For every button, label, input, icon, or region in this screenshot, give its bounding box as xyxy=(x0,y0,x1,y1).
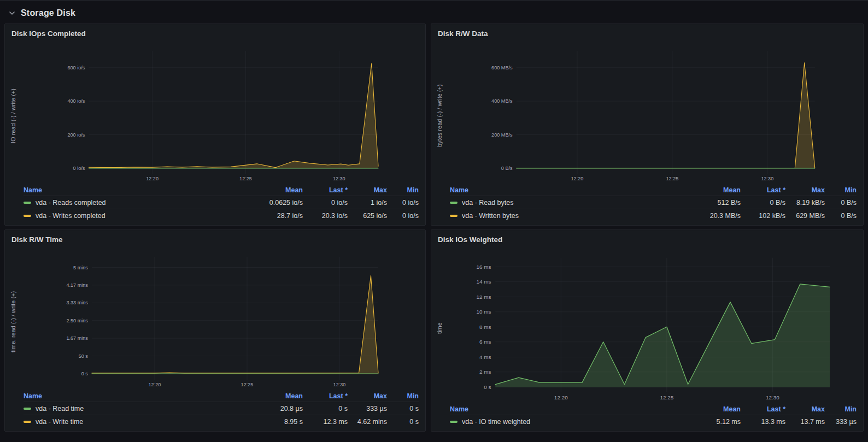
legend-header-max[interactable]: Max xyxy=(348,186,387,194)
svg-text:12:20: 12:20 xyxy=(571,176,584,181)
legend-value: 13.3 ms xyxy=(741,418,785,426)
series-color-swatch xyxy=(24,421,31,423)
legend-header-max[interactable]: Max xyxy=(348,392,387,400)
time-series-chart[interactable]: 12:2012:2512:300 s2 ms4 ms6 ms8 ms10 ms1… xyxy=(444,246,861,403)
panel-grid: Disk IOps Completed IO read (-) / write … xyxy=(4,23,864,432)
legend-row: vda - Reads completed0.0625 io/s0 io/s1 … xyxy=(24,196,419,209)
legend: NameMeanLast *MaxMinvda - Reads complete… xyxy=(5,184,425,225)
legend-header-mean[interactable]: Mean xyxy=(250,392,303,400)
legend-value: 4.62 mins xyxy=(348,418,387,426)
svg-text:4.17 mins: 4.17 mins xyxy=(66,282,88,288)
svg-text:12:30: 12:30 xyxy=(333,382,346,387)
svg-text:2.50 mins: 2.50 mins xyxy=(66,318,88,323)
svg-text:8 ms: 8 ms xyxy=(479,324,491,330)
legend-value: 0 B/s xyxy=(741,199,785,207)
series-color-swatch xyxy=(24,202,31,204)
legend-header-mean[interactable]: Mean xyxy=(688,405,741,413)
legend-header-row: NameMeanLast *MaxMin xyxy=(24,390,419,402)
legend-header-name[interactable]: Name xyxy=(450,186,688,194)
legend-value: 333 µs xyxy=(348,405,387,412)
legend-series-name[interactable]: vda - Writes completed xyxy=(24,212,250,220)
panel-title[interactable]: Disk R/W Data xyxy=(431,24,863,40)
chevron-down-icon[interactable] xyxy=(9,10,15,16)
svg-text:3.33 mins: 3.33 mins xyxy=(66,300,88,305)
legend-header-name[interactable]: Name xyxy=(24,392,250,400)
y-axis-label: IO read (-) / write (+) xyxy=(8,40,18,184)
svg-text:600 io/s: 600 io/s xyxy=(67,65,85,70)
time-series-chart[interactable]: 12:2012:2512:300 B/s200 MB/s400 MB/s600 … xyxy=(444,40,861,184)
section-header-storage-disk[interactable]: Storage Disk xyxy=(4,3,864,23)
legend-value: 20.3 MB/s xyxy=(688,212,741,220)
legend-value: 333 µs xyxy=(825,418,857,426)
svg-text:12:20: 12:20 xyxy=(149,382,161,387)
legend-header-mean[interactable]: Mean xyxy=(688,186,741,194)
legend-header-name[interactable]: Name xyxy=(24,186,250,194)
time-series-chart[interactable]: 12:2012:2512:300 io/s200 io/s400 io/s600… xyxy=(18,40,423,184)
legend-series-name[interactable]: vda - Reads completed xyxy=(24,199,250,207)
legend-header-max[interactable]: Max xyxy=(785,405,825,413)
legend-header-name[interactable]: Name xyxy=(450,405,688,413)
panel-title[interactable]: Disk IOs Weighted xyxy=(431,230,863,246)
svg-text:12:30: 12:30 xyxy=(761,176,773,181)
panel-title[interactable]: Disk IOps Completed xyxy=(5,24,425,40)
legend-header-last[interactable]: Last * xyxy=(303,186,348,194)
legend-header-mean[interactable]: Mean xyxy=(250,186,303,194)
panel-disk-ios-weighted: Disk IOs Weighted time 12:2012:2512:300 … xyxy=(431,229,864,432)
svg-text:400 MB/s: 400 MB/s xyxy=(491,98,513,104)
legend-value: 20.3 io/s xyxy=(303,212,348,220)
svg-text:12:25: 12:25 xyxy=(239,176,252,181)
legend-value: 0 s xyxy=(387,405,419,412)
svg-text:4 ms: 4 ms xyxy=(479,354,491,360)
svg-text:16 ms: 16 ms xyxy=(476,264,491,270)
y-axis-label: time xyxy=(435,246,444,403)
legend-value: 28.7 io/s xyxy=(250,212,303,220)
series-color-swatch xyxy=(24,408,31,410)
legend-value: 12.3 ms xyxy=(303,418,348,426)
legend-header-last[interactable]: Last * xyxy=(741,186,785,194)
svg-text:6 ms: 6 ms xyxy=(479,339,491,345)
legend-value: 0 s xyxy=(387,418,419,426)
legend-value: 629 MB/s xyxy=(785,212,825,220)
legend-series-name[interactable]: vda - Read bytes xyxy=(450,199,688,207)
svg-text:12 ms: 12 ms xyxy=(476,294,491,300)
legend-series-name[interactable]: vda - Written bytes xyxy=(450,212,688,220)
time-series-chart[interactable]: 12:2012:2512:300 s50 s1.67 mins2.50 mins… xyxy=(18,246,423,390)
legend-header-last[interactable]: Last * xyxy=(303,392,348,400)
legend-row: vda - Read bytes512 B/s0 B/s8.19 kB/s0 B… xyxy=(450,196,857,209)
svg-text:0 io/s: 0 io/s xyxy=(73,166,85,171)
series-color-swatch xyxy=(450,202,458,204)
legend-value: 0 s xyxy=(303,405,348,412)
legend-value: 0 B/s xyxy=(825,212,857,220)
legend-value: 0.0625 io/s xyxy=(250,199,303,207)
legend-header-min[interactable]: Min xyxy=(825,186,857,194)
legend-row: vda - IO time weighted5.12 ms13.3 ms13.7… xyxy=(450,415,857,428)
legend-header-last[interactable]: Last * xyxy=(741,405,785,413)
legend-value: 0 io/s xyxy=(387,212,419,220)
svg-text:10 ms: 10 ms xyxy=(476,309,491,315)
legend-header-min[interactable]: Min xyxy=(825,405,857,413)
legend-header-row: NameMeanLast *MaxMin xyxy=(450,403,857,415)
legend-series-name[interactable]: vda - IO time weighted xyxy=(450,418,688,426)
legend-value: 5.12 ms xyxy=(688,418,741,426)
legend-series-name[interactable]: vda - Write time xyxy=(24,418,250,426)
svg-text:12:30: 12:30 xyxy=(766,394,779,400)
legend-header-row: NameMeanLast *MaxMin xyxy=(450,184,857,196)
legend-header-max[interactable]: Max xyxy=(785,186,825,194)
legend-value: 20.8 µs xyxy=(250,405,303,412)
series-color-swatch xyxy=(450,421,458,423)
legend-header-min[interactable]: Min xyxy=(387,392,419,400)
chart-area: time. read (-) / write (+) 12:2012:2512:… xyxy=(5,246,425,390)
legend-header-min[interactable]: Min xyxy=(387,186,419,194)
legend-value: 8.95 s xyxy=(250,418,303,426)
panel-title[interactable]: Disk R/W Time xyxy=(5,230,425,246)
legend-series-name[interactable]: vda - Read time xyxy=(24,405,250,412)
legend-value: 1 io/s xyxy=(348,199,387,207)
chart-area: bytes read (-) / write (+) 12:2012:2512:… xyxy=(431,40,863,184)
svg-text:0 B/s: 0 B/s xyxy=(501,166,513,171)
svg-text:0 s: 0 s xyxy=(81,371,89,376)
svg-text:600 MB/s: 600 MB/s xyxy=(491,65,513,70)
legend-value: 512 B/s xyxy=(688,199,741,207)
svg-text:200 MB/s: 200 MB/s xyxy=(491,132,513,138)
legend-value: 102 kB/s xyxy=(741,212,785,220)
svg-text:200 io/s: 200 io/s xyxy=(67,132,85,138)
